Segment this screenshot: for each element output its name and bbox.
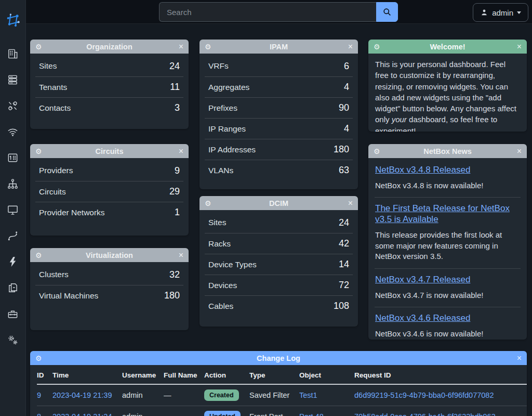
gear-icon[interactable]: ⚙ bbox=[205, 40, 211, 54]
gear-icon[interactable]: ⚙ bbox=[35, 144, 42, 158]
widget-header[interactable]: ⚙ IPAM × bbox=[200, 40, 358, 54]
stat-value: 180 bbox=[334, 144, 349, 155]
cell-id: 9 bbox=[37, 384, 52, 406]
cell-id-link[interactable]: 8 bbox=[37, 412, 41, 416]
gear-icon[interactable]: ⚙ bbox=[35, 40, 42, 54]
cell-object-link[interactable]: Test1 bbox=[299, 391, 317, 399]
person-icon bbox=[480, 8, 488, 17]
stat-value: 90 bbox=[339, 102, 349, 113]
close-icon[interactable]: × bbox=[517, 351, 522, 365]
widget-header[interactable]: ⚙ NetBox News × bbox=[368, 144, 527, 158]
news-link[interactable]: NetBox v3.4.8 Released bbox=[375, 165, 520, 176]
close-icon[interactable]: × bbox=[517, 40, 522, 54]
news-link[interactable]: NetBox v3.4.7 Released bbox=[375, 275, 520, 285]
close-icon[interactable]: × bbox=[517, 144, 522, 158]
widget-header[interactable]: ⚙ Welcome! × bbox=[368, 40, 527, 54]
news-link[interactable]: The First Beta Release for NetBox v3.5 i… bbox=[375, 203, 520, 225]
changelog-table: IDTimeUsernameFull NameActionTypeObjectR… bbox=[37, 366, 527, 416]
user-menu-button[interactable]: admin bbox=[473, 3, 528, 22]
action-badge: Updated bbox=[204, 411, 241, 416]
widget-header[interactable]: ⚙ DCIM × bbox=[200, 196, 358, 210]
stat-row-devices[interactable]: Devices72 bbox=[205, 275, 353, 295]
stat-row-racks[interactable]: Racks42 bbox=[205, 233, 353, 254]
gear-icon[interactable]: ⚙ bbox=[35, 248, 42, 262]
stat-row-aggregates[interactable]: Aggregates4 bbox=[205, 76, 353, 97]
stat-label: Racks bbox=[208, 239, 231, 249]
widget-dcim: ⚙ DCIM × Sites24Racks42Device Types14Dev… bbox=[200, 196, 358, 327]
stat-row-ip-addresses[interactable]: IP Addresses180 bbox=[205, 139, 353, 160]
stat-row-cables[interactable]: Cables108 bbox=[205, 295, 353, 316]
stat-row-circuits[interactable]: Circuits29 bbox=[35, 181, 183, 202]
stat-row-ip-ranges[interactable]: IP Ranges4 bbox=[205, 118, 353, 139]
stat-row-sites[interactable]: Sites24 bbox=[35, 56, 183, 76]
gear-icon[interactable]: ⚙ bbox=[374, 40, 380, 54]
stat-row-tenants[interactable]: Tenants11 bbox=[35, 76, 183, 97]
cell-id: 8 bbox=[37, 406, 52, 416]
widget-header[interactable]: ⚙ Circuits × bbox=[30, 144, 189, 158]
stat-value: 4 bbox=[344, 123, 349, 134]
search-input[interactable] bbox=[159, 2, 376, 22]
ipam-address-icon[interactable] bbox=[4, 149, 22, 166]
tenancy-tree-icon[interactable] bbox=[4, 175, 22, 192]
stat-value: 180 bbox=[164, 290, 180, 301]
widget-header[interactable]: ⚙ Virtualization × bbox=[30, 248, 189, 262]
close-icon[interactable]: × bbox=[348, 40, 353, 54]
cell-action: Updated bbox=[204, 406, 249, 416]
close-icon[interactable]: × bbox=[179, 248, 183, 262]
news-link[interactable]: NetBox v3.4.6 Released bbox=[375, 313, 520, 324]
devices-server-icon[interactable] bbox=[4, 71, 22, 88]
stat-row-clusters[interactable]: Clusters32 bbox=[35, 264, 183, 285]
netbox-logo[interactable] bbox=[0, 0, 26, 40]
cell-id-link[interactable]: 9 bbox=[37, 391, 41, 399]
stat-row-providers[interactable]: Providers9 bbox=[35, 160, 183, 181]
changelog-header-row: IDTimeUsernameFull NameActionTypeObjectR… bbox=[37, 366, 527, 384]
operations-gears-icon[interactable] bbox=[4, 331, 22, 348]
cell-object-link[interactable]: Port 48 bbox=[299, 412, 324, 416]
news-summary: NetBox v3.4.6 is now available! bbox=[375, 329, 520, 340]
close-icon[interactable]: × bbox=[179, 144, 183, 158]
widget-header[interactable]: ⚙ Organization × bbox=[30, 40, 189, 54]
column-header-full-name: Full Name bbox=[164, 366, 204, 384]
changelog-row: 82023-04-19 21:24admin—UpdatedFront Port… bbox=[37, 406, 527, 416]
connections-plug-icon[interactable] bbox=[4, 97, 22, 114]
news-summary: This release provides the first look at … bbox=[375, 230, 520, 262]
power-bolt-icon[interactable] bbox=[4, 253, 22, 270]
stat-row-contacts[interactable]: Contacts3 bbox=[35, 97, 183, 118]
widget-header[interactable]: ⚙ Change Log × bbox=[30, 351, 527, 365]
cell-time-link[interactable]: 2023-04-19 21:39 bbox=[52, 391, 112, 399]
customization-toolbox-icon[interactable] bbox=[4, 305, 22, 322]
stat-row-virtual-machines[interactable]: Virtual Machines180 bbox=[35, 285, 183, 306]
news-item: NetBox v3.4.7 ReleasedNetBox v3.4.7 is n… bbox=[375, 268, 521, 307]
stat-row-vlans[interactable]: VLANs63 bbox=[205, 160, 353, 180]
wireless-wifi-icon[interactable] bbox=[4, 123, 22, 140]
widget-virtualization: ⚙ Virtualization × Clusters32Virtual Mac… bbox=[30, 248, 189, 330]
stat-row-sites[interactable]: Sites24 bbox=[205, 212, 353, 233]
stat-label: Provider Networks bbox=[39, 208, 105, 217]
circuits-cable-icon[interactable] bbox=[4, 227, 22, 244]
magnifier-icon bbox=[382, 7, 392, 17]
stat-label: Virtual Machines bbox=[39, 291, 98, 301]
virtualization-monitor-icon[interactable] bbox=[4, 201, 22, 218]
stat-row-vrfs[interactable]: VRFs6 bbox=[205, 56, 353, 76]
close-icon[interactable]: × bbox=[179, 40, 183, 54]
organization-building-icon[interactable] bbox=[4, 45, 22, 62]
stat-row-device-types[interactable]: Device Types14 bbox=[205, 254, 353, 275]
cell-time-link[interactable]: 2023-04-19 21:24 bbox=[52, 412, 112, 416]
stat-label: Clusters bbox=[39, 270, 69, 279]
gear-icon[interactable]: ⚙ bbox=[374, 144, 380, 158]
welcome-text: This is your personal dashboard. Feel fr… bbox=[368, 54, 527, 132]
stat-row-prefixes[interactable]: Prefixes90 bbox=[205, 97, 353, 118]
provisioning-documents-icon[interactable] bbox=[4, 279, 22, 296]
stat-row-provider-networks[interactable]: Provider Networks1 bbox=[35, 202, 183, 223]
gear-icon[interactable]: ⚙ bbox=[35, 351, 42, 365]
widget-title: Change Log bbox=[257, 354, 300, 362]
news-summary: NetBox v3.4.8 is now available! bbox=[375, 180, 520, 191]
cell-request-id-link[interactable]: d6d99219-51c9-4b79-bba0-6f96fd077082 bbox=[354, 391, 494, 399]
close-icon[interactable]: × bbox=[348, 196, 353, 210]
cell-request-id-link[interactable]: 70b58add-0cee-4796-bc4b-6f3632bdb963 bbox=[354, 412, 496, 416]
cell-action: Created bbox=[204, 384, 249, 406]
gear-icon[interactable]: ⚙ bbox=[205, 196, 211, 210]
search-button[interactable] bbox=[376, 2, 398, 22]
stat-label: VRFs bbox=[208, 61, 229, 71]
widget-title: Virtualization bbox=[86, 251, 133, 259]
